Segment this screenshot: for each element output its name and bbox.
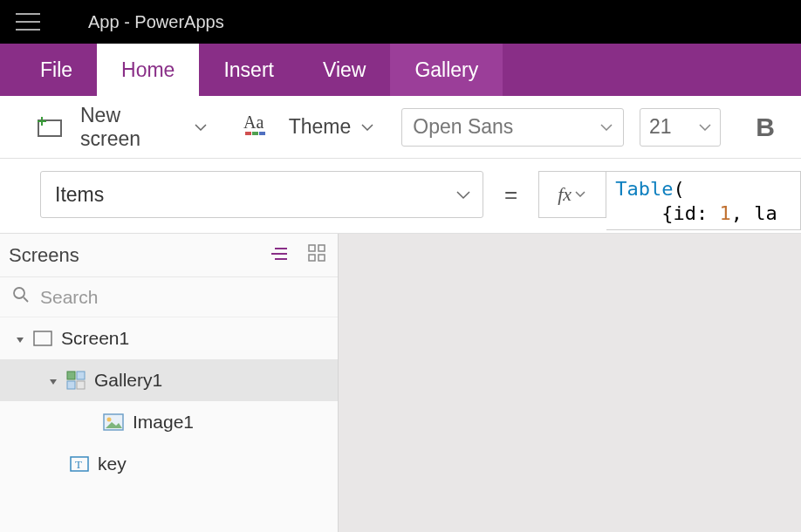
tab-file[interactable]: File (16, 44, 97, 96)
screens-header: Screens (0, 234, 338, 277)
tree-item-label: key (98, 454, 127, 474)
svg-rect-20 (77, 381, 85, 389)
equals-label: = (483, 171, 538, 218)
svg-line-15 (24, 297, 28, 302)
fx-button[interactable]: fx (538, 171, 606, 218)
svg-rect-17 (67, 372, 75, 379)
grid-view-icon[interactable] (308, 244, 325, 267)
svg-rect-13 (318, 255, 325, 261)
svg-rect-11 (318, 245, 325, 251)
tab-insert[interactable]: Insert (199, 44, 298, 96)
canvas-area[interactable] (339, 234, 801, 532)
titlebar: App - PowerApps (0, 0, 801, 44)
svg-rect-4 (245, 132, 251, 135)
svg-rect-18 (77, 372, 85, 379)
chevron-down-icon (575, 191, 587, 198)
svg-rect-6 (259, 132, 265, 135)
app-title: App - PowerApps (88, 12, 224, 32)
content-area: Screens (0, 234, 801, 532)
list-view-icon[interactable] (270, 244, 289, 267)
caret-down-icon[interactable] (49, 370, 59, 391)
font-size-dropdown[interactable]: 21 (640, 108, 721, 147)
gallery-icon (66, 371, 86, 390)
svg-point-14 (14, 288, 24, 298)
chevron-down-icon (699, 124, 711, 131)
svg-rect-16 (34, 331, 51, 345)
font-family-dropdown[interactable]: Open Sans (401, 108, 624, 147)
new-screen-button[interactable]: New screen (80, 104, 184, 151)
ribbon-tabs: File Home Insert View Gallery (0, 44, 801, 96)
svg-text:T: T (75, 458, 82, 471)
font-size-value: 21 (649, 115, 672, 139)
tab-gallery[interactable]: Gallery (390, 44, 503, 96)
tree-item-label: Gallery1 (94, 370, 162, 391)
theme-icon: Aa (243, 113, 271, 142)
screens-panel: Screens (0, 234, 339, 532)
formula-input[interactable]: Table( {id: 1, la (606, 171, 801, 230)
chevron-down-icon[interactable] (195, 124, 207, 131)
tree-item-label: Image1 (133, 412, 194, 433)
text-input-icon: T (70, 455, 89, 473)
tree-item-label: Screen1 (61, 328, 129, 349)
ribbon-commands: New screen Aa Theme Open Sans 21 B (0, 96, 801, 159)
image-icon (103, 413, 124, 431)
svg-rect-5 (252, 132, 258, 135)
bold-button[interactable]: B (756, 113, 775, 142)
tree-item-gallery1[interactable]: Gallery1 (0, 359, 338, 401)
svg-text:Aa: Aa (243, 113, 264, 132)
svg-rect-19 (67, 381, 75, 389)
hamburger-menu-icon[interactable] (16, 13, 40, 31)
fx-icon: fx (558, 183, 572, 206)
tree-item-key[interactable]: T key (0, 443, 338, 485)
screens-title: Screens (9, 244, 79, 267)
chevron-down-icon[interactable] (361, 124, 373, 131)
new-screen-icon (35, 115, 65, 140)
tree-item-screen1[interactable]: Screen1 (0, 317, 338, 359)
property-dropdown[interactable]: Items (40, 171, 483, 218)
formula-bar: Items = fx Table( {id: 1, la (0, 159, 801, 234)
theme-button[interactable]: Theme (289, 115, 352, 139)
tree-item-image1[interactable]: Image1 (0, 401, 338, 443)
svg-rect-10 (309, 245, 315, 251)
svg-rect-12 (309, 255, 315, 261)
search-icon (12, 286, 30, 308)
caret-down-icon[interactable] (16, 328, 26, 349)
screen-icon (33, 331, 52, 346)
chevron-down-icon (600, 124, 613, 131)
screens-search[interactable]: Search (0, 277, 338, 317)
chevron-down-icon (456, 191, 469, 198)
svg-point-22 (107, 418, 112, 422)
search-placeholder: Search (40, 287, 99, 308)
tab-home[interactable]: Home (97, 44, 199, 96)
property-value: Items (55, 183, 104, 207)
screens-tree: Screen1 Gallery1 (0, 317, 338, 532)
font-family-value: Open Sans (413, 115, 513, 139)
tab-view[interactable]: View (298, 44, 390, 96)
